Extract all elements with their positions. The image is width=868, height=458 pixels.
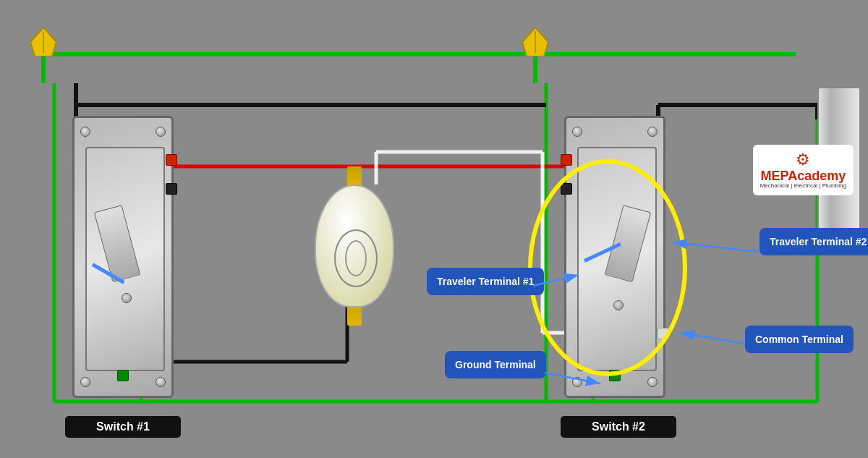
- mep-logo-text: MEPAcademy: [760, 169, 846, 182]
- mep-logo-sub: Mechanical | Electrical | Plumbing: [760, 182, 846, 190]
- traveler-terminal-2-label: Traveler Terminal #2: [760, 228, 868, 255]
- svg-line-39: [673, 242, 760, 252]
- light-bulb: [304, 166, 405, 326]
- switch2-label: Switch #2: [561, 416, 676, 438]
- switch2-box: [564, 116, 665, 398]
- traveler-terminal-1-label: Traveler Terminal #1: [427, 268, 544, 295]
- wire-nut-right: [522, 27, 548, 56]
- switch1-box: [72, 116, 174, 398]
- common-terminal-label: Common Terminal: [745, 326, 854, 353]
- switch1-label: Switch #1: [65, 416, 181, 438]
- mep-logo: ⚙ MEPAcademy Mechanical | Electrical | P…: [753, 145, 854, 195]
- svg-line-41: [680, 333, 745, 344]
- main-diagram: Switch #1: [0, 0, 868, 458]
- ground-terminal-label: Ground Terminal: [445, 351, 546, 378]
- wire-nut-left: [30, 27, 56, 56]
